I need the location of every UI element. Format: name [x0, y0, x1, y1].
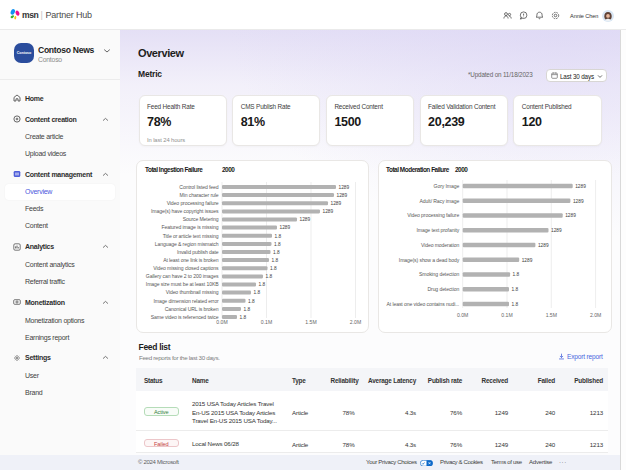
svg-text:Title or article text missing: Title or article text missing [163, 233, 219, 239]
svg-text:1.8: 1.8 [244, 307, 251, 312]
svg-text:Image(s) show a dead body: Image(s) show a dead body [399, 257, 460, 263]
svg-text:Video moderation: Video moderation [421, 242, 460, 248]
svg-text:1289: 1289 [300, 217, 311, 222]
svg-text:1.8: 1.8 [275, 234, 282, 239]
svg-text:1289: 1289 [522, 258, 533, 263]
svg-text:1.8: 1.8 [248, 299, 255, 304]
svg-text:1289: 1289 [323, 209, 334, 214]
svg-text:Image text profanity: Image text profanity [416, 227, 459, 233]
svg-text:1289: 1289 [331, 201, 342, 206]
svg-text:1289: 1289 [339, 185, 350, 190]
svg-text:Source Metering: Source Metering [183, 216, 219, 222]
svg-text:1.8: 1.8 [254, 290, 261, 295]
svg-text:2.0M: 2.0M [590, 312, 601, 318]
svg-text:0.0M: 0.0M [457, 312, 468, 318]
svg-text:Video thumbnail missing: Video thumbnail missing [166, 289, 219, 295]
svg-text:Image dimension related error: Image dimension related error [153, 298, 218, 304]
svg-text:1289: 1289 [565, 213, 576, 218]
svg-text:At least one video contains nu: At least one video contains nudi... [387, 301, 460, 307]
svg-text:Smoking detection: Smoking detection [419, 271, 459, 277]
svg-text:Video missing closed captions: Video missing closed captions [153, 265, 219, 271]
svg-text:1.8: 1.8 [274, 242, 281, 247]
svg-text:Adult/ Racy image: Adult/ Racy image [420, 198, 460, 204]
svg-text:1.8: 1.8 [512, 302, 519, 307]
svg-text:1.5M: 1.5M [305, 319, 316, 325]
svg-text:1289: 1289 [538, 243, 549, 248]
svg-text:Image size must be at least 10: Image size must be at least 10KB [146, 281, 219, 287]
svg-text:1289: 1289 [573, 199, 584, 204]
svg-text:Drug detection: Drug detection [427, 286, 459, 292]
svg-text:1.8: 1.8 [266, 274, 273, 279]
svg-text:Image(s) have copyright issues: Image(s) have copyright issues [151, 208, 219, 214]
svg-text:At least one link is broken: At least one link is broken [163, 257, 219, 263]
svg-text:Video processing failure: Video processing failure [407, 212, 459, 218]
svg-text:1.8: 1.8 [240, 315, 247, 320]
svg-text:2.0M: 2.0M [350, 319, 361, 325]
svg-text:1.5M: 1.5M [546, 312, 557, 318]
svg-text:1.8: 1.8 [272, 258, 279, 263]
svg-text:Min character rule: Min character rule [180, 192, 219, 198]
svg-text:1.8: 1.8 [259, 282, 266, 287]
svg-text:1.8: 1.8 [512, 287, 519, 292]
svg-text:0.1M: 0.1M [501, 312, 512, 318]
svg-text:Featured image is missing: Featured image is missing [162, 224, 219, 230]
svg-text:1289: 1289 [280, 225, 291, 230]
svg-text:Same video is referenced twice: Same video is referenced twice [151, 314, 219, 320]
svg-text:Language & region mismatch: Language & region mismatch [155, 241, 219, 247]
svg-text:Canonical URL is broken: Canonical URL is broken [165, 306, 219, 312]
svg-text:1.8: 1.8 [270, 266, 277, 271]
svg-text:Control listed feed: Control listed feed [179, 184, 218, 190]
svg-text:1289: 1289 [551, 228, 562, 233]
svg-text:Gallery can have 2 to 200 imag: Gallery can have 2 to 200 images [146, 273, 219, 279]
svg-text:0.1M: 0.1M [261, 319, 272, 325]
svg-text:1.8: 1.8 [513, 272, 520, 277]
svg-text:1289: 1289 [337, 193, 348, 198]
svg-text:Invalid publish date: Invalid publish date [177, 249, 219, 255]
svg-text:Video processing failure: Video processing failure [167, 200, 219, 206]
svg-text:0.0M: 0.0M [216, 319, 227, 325]
svg-text:Gory Image: Gory Image [434, 183, 460, 189]
svg-text:1.8: 1.8 [273, 250, 280, 255]
svg-text:1289: 1289 [575, 184, 586, 189]
